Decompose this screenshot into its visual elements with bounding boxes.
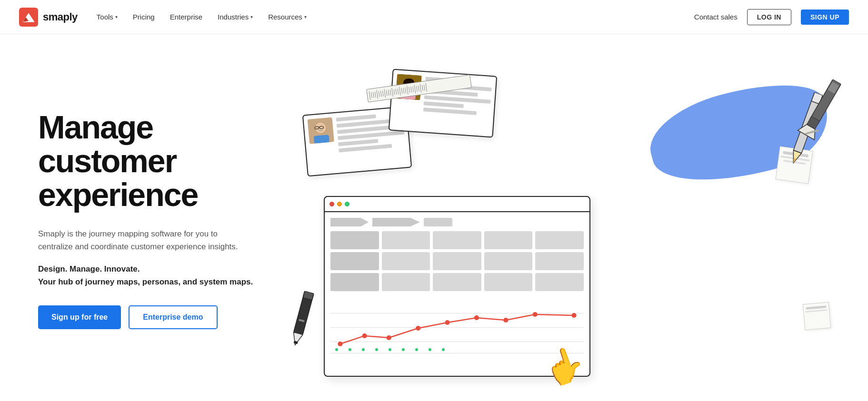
window-close-dot (329, 202, 334, 206)
nav-enterprise[interactable]: Enterprise (170, 13, 202, 21)
hero-description: Smaply is the journey mapping software f… (38, 227, 248, 253)
grid-cell (433, 252, 481, 270)
login-button[interactable]: LOG IN (747, 9, 791, 25)
hero-section: Manage customer experience Smaply is the… (0, 34, 868, 401)
window-maximize-dot (345, 202, 349, 206)
nav-pricing[interactable]: Pricing (133, 13, 155, 21)
chart-dots-row (335, 348, 445, 351)
hero-buttons: Sign up for free Enterprise demo (38, 305, 286, 329)
nav-right: Contact sales LOG IN SIGN UP (694, 9, 849, 25)
grid-cell (330, 273, 379, 291)
svg-point-26 (362, 333, 367, 338)
hero-content: Manage customer experience Smaply is the… (38, 110, 286, 330)
svg-point-30 (474, 315, 479, 320)
signup-free-button[interactable]: Sign up for free (38, 305, 121, 329)
persona-avatar-1 (308, 117, 334, 144)
sticky-note-2 (803, 302, 831, 331)
hero-tagline: Design. Manage. Innovate. Your hub of jo… (38, 263, 267, 288)
chart-area (330, 299, 584, 356)
svg-point-29 (445, 320, 449, 325)
browser-content: 👆 (325, 212, 589, 376)
hero-heading: Manage customer experience (38, 110, 286, 212)
chevron-down-icon: ▾ (115, 14, 118, 20)
breadcrumb-item (372, 218, 420, 226)
svg-point-32 (533, 312, 538, 317)
grid-cell (535, 273, 584, 291)
nav-links: Tools ▾ Pricing Enterprise Industries ▾ … (97, 13, 694, 21)
nav-resources[interactable]: Resources ▾ (268, 13, 307, 21)
grid-cell (433, 231, 481, 249)
grid-cell (535, 252, 584, 270)
logo-icon (19, 8, 38, 27)
grid-cell (484, 231, 533, 249)
chevron-down-icon: ▾ (304, 14, 307, 20)
window-minimize-dot (337, 202, 342, 206)
grid-cell (433, 273, 481, 291)
grid-cell (382, 273, 430, 291)
grid-cell (382, 231, 430, 249)
grid-cell (382, 252, 430, 270)
logo-link[interactable]: smaply (19, 8, 78, 27)
grid-cell (330, 231, 379, 249)
grid-cell (484, 273, 533, 291)
signup-button[interactable]: SIGN UP (801, 10, 849, 25)
data-grid (330, 231, 584, 291)
svg-marker-23 (290, 332, 303, 346)
breadcrumb-item (424, 218, 452, 226)
svg-point-28 (416, 326, 420, 331)
line-chart (330, 299, 584, 356)
enterprise-demo-button[interactable]: Enterprise demo (129, 305, 217, 329)
grid-cell (535, 231, 584, 249)
navbar: smaply Tools ▾ Pricing Enterprise Indust… (0, 0, 868, 34)
browser-window: 👆 (324, 196, 590, 377)
svg-point-31 (503, 318, 508, 323)
svg-point-27 (387, 335, 391, 340)
contact-sales-link[interactable]: Contact sales (694, 13, 738, 21)
svg-point-25 (338, 342, 342, 346)
grid-cell (484, 252, 533, 270)
chevron-down-icon: ▾ (250, 14, 253, 20)
grid-cell (330, 252, 379, 270)
marker-illustration (288, 290, 316, 349)
hero-illustration: 👆 (286, 53, 849, 386)
svg-rect-14 (314, 135, 329, 144)
logo-text: smaply (43, 11, 78, 23)
browser-titlebar (325, 197, 589, 212)
nav-tools[interactable]: Tools ▾ (97, 13, 118, 21)
svg-point-33 (571, 313, 576, 318)
breadcrumb-item (330, 218, 369, 226)
nav-industries[interactable]: Industries ▾ (218, 13, 253, 21)
